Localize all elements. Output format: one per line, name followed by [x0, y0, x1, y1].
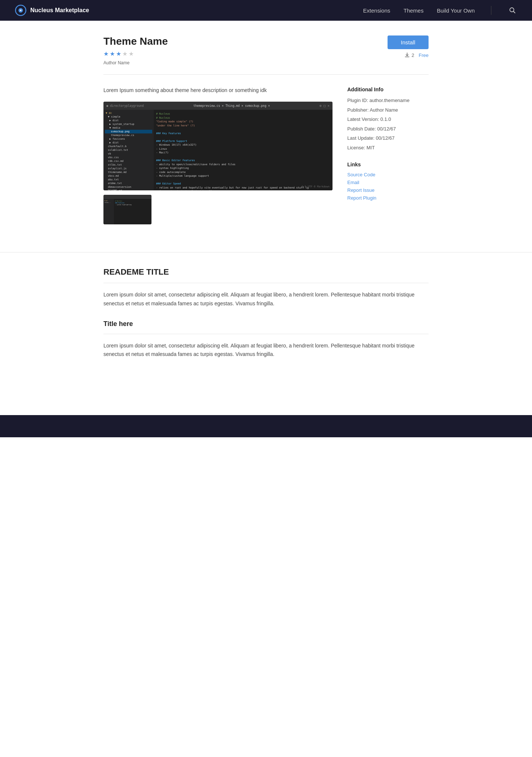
nav-links: Extensions Themes Build Your Own: [363, 6, 517, 15]
hero-left: Theme Name ★ ★ ★ ★ ★ Author Name: [103, 35, 168, 65]
search-button[interactable]: [508, 6, 517, 15]
price-label: Free: [419, 52, 429, 58]
star-3: ★: [116, 50, 121, 57]
search-icon: [509, 7, 516, 14]
links-section: Links Source Code Email Report Issue Rep…: [347, 162, 429, 201]
last-update: Last Update: 00/12/67: [347, 135, 429, 142]
brand-icon: [15, 4, 27, 16]
readme-divider-2: [103, 334, 429, 334]
readme-title: READEME TITLE: [103, 267, 429, 277]
report-plugin-link[interactable]: Report Plugin: [347, 195, 429, 201]
install-meta: 2 Free: [404, 52, 429, 58]
report-issue-link[interactable]: Report Issue: [347, 187, 429, 193]
download-number: 2: [412, 52, 414, 58]
star-2: ★: [110, 50, 115, 57]
star-4: ★: [122, 50, 127, 57]
main-layout: Lorem Ipsum something about theme here d…: [103, 86, 429, 237]
license: License: MIT: [347, 144, 429, 152]
svg-rect-5: [405, 57, 409, 57]
download-icon: [404, 52, 410, 58]
nav-build-your-own[interactable]: Build Your Own: [437, 7, 475, 14]
star-rating: ★ ★ ★ ★ ★: [103, 50, 168, 57]
main-left: Lorem Ipsum something about theme here d…: [103, 86, 332, 237]
nav-divider: [491, 6, 491, 15]
install-button[interactable]: Install: [388, 35, 429, 49]
vscode-mockup: ● directoryplayground themepreview.cs × …: [103, 102, 332, 190]
nav-themes[interactable]: Themes: [403, 7, 423, 14]
readme-body-2: Lorem ipsum dolor sit amet, consectetur …: [103, 342, 429, 359]
publisher: Publisher: Author Name: [347, 106, 429, 114]
main-right: Additional Info Plugin ID: author.themen…: [347, 86, 429, 237]
plugin-id: Plugin ID: author.themename: [347, 97, 429, 104]
additional-info-section: Additional Info Plugin ID: author.themen…: [347, 86, 429, 151]
svg-point-2: [20, 10, 21, 11]
brand: Nucleus Marketplace: [15, 4, 363, 16]
readme-body-1: Lorem ipsum dolor sit amet, consectetur …: [103, 291, 429, 308]
readme-section: READEME TITLE Lorem ipsum dolor sit amet…: [96, 252, 436, 386]
screenshot-main[interactable]: ● directoryplayground themepreview.cs × …: [103, 102, 332, 190]
author-name: Author Name: [103, 60, 168, 65]
download-count: 2: [404, 52, 414, 58]
publish-date: Publish Date: 00/12/67: [347, 125, 429, 133]
hero-right: Install 2 Free: [388, 35, 429, 58]
readme-divider-1: [103, 283, 429, 283]
star-1: ★: [103, 50, 109, 57]
footer: [0, 415, 532, 437]
theme-title: Theme Name: [103, 35, 168, 47]
screenshot-thumbnail[interactable]: ▼ dc files... # Nucleus ### Features - s…: [103, 195, 151, 224]
star-5: ★: [129, 50, 134, 57]
vscode-editor: # Nucleus # Nucleus "Coding made simple"…: [154, 110, 332, 190]
page-content: Theme Name ★ ★ ★ ★ ★ Author Name Install…: [96, 21, 436, 252]
readme-subtitle: Title here: [103, 320, 429, 328]
source-code-link[interactable]: Source Code: [347, 172, 429, 177]
nav-extensions[interactable]: Extensions: [363, 7, 390, 14]
links-title: Links: [347, 162, 429, 167]
theme-description: Lorem Ipsum something about theme here d…: [103, 86, 332, 94]
svg-line-4: [514, 11, 515, 13]
vscode-titlebar: ● directoryplayground themepreview.cs × …: [103, 102, 332, 110]
brand-name: Nucleus Marketplace: [30, 7, 89, 14]
email-link[interactable]: Email: [347, 180, 429, 185]
additional-info-title: Additional Info: [347, 86, 429, 92]
screenshots: ● directoryplayground themepreview.cs × …: [103, 102, 332, 225]
navbar: Nucleus Marketplace Extensions Themes Bu…: [0, 0, 532, 21]
vscode-body: ▼ dc ▼ simple ▶ dist ▶ system_startup ▼ …: [103, 110, 332, 190]
hero-section: Theme Name ★ ★ ★ ★ ★ Author Name Install…: [103, 35, 429, 75]
vscode-sidebar: ▼ dc ▼ simple ▶ dist ▶ system_startup ▼ …: [103, 110, 154, 190]
latest-version: Latest Version: 0.1.0: [347, 116, 429, 123]
